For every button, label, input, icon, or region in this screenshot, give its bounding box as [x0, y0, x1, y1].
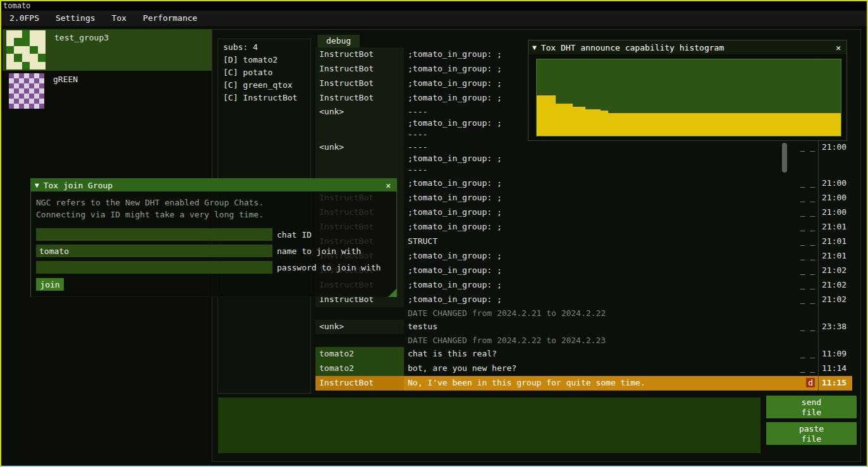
message-row: <unk>testus_ _23:38: [315, 320, 852, 334]
message-flags: _ _: [794, 264, 818, 278]
sender-name: InstructBot: [315, 47, 404, 62]
message-time: 21:00: [818, 205, 852, 220]
sidebar-group-test_group3[interactable]: test_group3: [3, 29, 212, 71]
group-label: gREEN: [53, 75, 78, 111]
close-icon[interactable]: ✕: [384, 181, 393, 190]
join-window-titlebar[interactable]: ▼ Tox join Group ✕: [31, 179, 396, 191]
send-file-button[interactable]: send file: [766, 396, 857, 418]
field-label: name to join with: [277, 246, 361, 256]
field-label: chat ID: [277, 230, 312, 240]
message-time: [818, 307, 852, 320]
join-info-line1: NGC refers to the New DHT enabled Group …: [36, 197, 391, 209]
message-flags: _ _: [794, 234, 818, 249]
message-text: chat is this real?: [404, 347, 794, 361]
histogram-bar: [601, 111, 608, 136]
message-flags: _ _: [794, 249, 818, 264]
menu-performance[interactable]: Performance: [135, 11, 205, 26]
message-flags: _ _: [794, 347, 818, 361]
message-input[interactable]: [217, 397, 761, 454]
histogram-bar: [573, 107, 585, 136]
paste-file-button[interactable]: paste file: [766, 422, 857, 445]
fps-counter: 2.0FPS: [1, 11, 47, 26]
join-field-row: chat ID: [36, 228, 391, 241]
message-time: 21:01: [818, 220, 852, 234]
message-text: ;tomato_in_group: ;: [404, 249, 794, 264]
subs-count: subs: 4: [218, 39, 310, 54]
group-label: test_group3: [54, 33, 109, 71]
histogram-plot: [536, 59, 841, 136]
join-group-window: ▼ Tox join Group ✕ NGC refers to the New…: [30, 178, 397, 297]
message-text: ;tomato_in_group: ;: [404, 176, 794, 191]
message-time: 11:14: [818, 361, 852, 376]
tab-debug[interactable]: debug: [317, 35, 360, 47]
join-button[interactable]: join: [36, 278, 64, 291]
sender-name: tomato2: [315, 361, 404, 376]
histogram-window: ▼ Tox DHT announce capability histogram …: [528, 40, 847, 141]
message-flags: _ _: [794, 141, 818, 176]
collapse-icon[interactable]: ▼: [532, 44, 537, 52]
group-avatar: [9, 73, 44, 109]
sender-name: InstructBot: [315, 76, 404, 91]
histogram-body: [529, 54, 847, 140]
message-text: ---- ;tomato_in_group: ; ----: [404, 141, 794, 176]
sidebar-group-gREEN[interactable]: gREEN: [3, 71, 212, 111]
message-flags: _ _: [794, 191, 818, 205]
delivered-flag: d: [806, 378, 815, 387]
message-flags: [794, 307, 818, 320]
menubar: 2.0FPSSettingsToxPerformance: [0, 11, 868, 26]
histogram-bar: [537, 95, 556, 136]
message-flags: d: [794, 376, 818, 391]
system-message-row: DATE CHANGED from 2024.2.21 to 2024.2.22: [315, 307, 852, 320]
message-time: 23:38: [818, 320, 852, 334]
close-icon[interactable]: ✕: [834, 43, 843, 52]
message-time: 11:15: [818, 376, 852, 391]
window-title: tomato: [3, 1, 30, 10]
message-time: 21:02: [818, 278, 852, 293]
message-text: ;tomato_in_group: ;: [404, 191, 794, 205]
sub-member[interactable]: [C] InstructBot: [218, 92, 310, 104]
collapse-icon[interactable]: ▼: [35, 181, 39, 190]
message-flags: _ _: [794, 320, 818, 334]
message-flags: [794, 334, 818, 347]
message-row: <unk>---- ;tomato_in_group: ; ----_ _21:…: [315, 141, 852, 176]
sender-name: <unk>: [315, 141, 404, 176]
sender-name: InstructBot: [315, 62, 404, 76]
message-time: 21:00: [818, 176, 852, 191]
window-titlebar[interactable]: tomato: [0, 0, 868, 11]
menu-tox[interactable]: Tox: [104, 11, 135, 26]
message-row: tomato2bot, are you new here?_ _11:14: [315, 361, 852, 376]
scrollbar-thumb[interactable]: [782, 143, 787, 173]
message-text: No, I've been in this group for quite so…: [404, 376, 794, 391]
sub-member[interactable]: [C] potato: [218, 66, 310, 79]
message-time: 21:01: [818, 234, 852, 249]
resize-grip[interactable]: [388, 289, 396, 297]
join-name-input[interactable]: [36, 245, 272, 257]
message-time: 21:01: [818, 249, 852, 264]
message-text: ;tomato_in_group: ;: [404, 278, 794, 293]
message-time: 21:00: [818, 191, 852, 205]
message-time: [818, 334, 852, 347]
join-window-title: Tox join Group: [44, 181, 113, 190]
message-time: 21:00: [818, 141, 852, 176]
message-time: 11:09: [818, 347, 852, 361]
sender-name: [315, 307, 404, 320]
message-text: ;tomato_in_group: ;: [404, 293, 794, 307]
sub-member[interactable]: [C] green_qtox: [218, 79, 310, 92]
message-text: bot, are you new here?: [404, 361, 794, 376]
menu-settings[interactable]: Settings: [47, 11, 104, 26]
histogram-bar: [608, 113, 841, 136]
histogram-bar: [556, 104, 573, 136]
message-text: DATE CHANGED from 2024.2.22 to 2024.2.23: [404, 334, 794, 347]
histogram-window-title: Tox DHT announce capability histogram: [541, 43, 724, 52]
chat-id-input[interactable]: [36, 228, 272, 241]
sub-member[interactable]: [D] tomato2: [218, 54, 310, 66]
join-field-row: password to join with: [36, 261, 391, 274]
sender-name: <unk>: [315, 106, 404, 141]
message-text: DATE CHANGED from 2024.2.21 to 2024.2.22: [404, 307, 794, 320]
histogram-window-titlebar[interactable]: ▼ Tox DHT announce capability histogram …: [529, 40, 847, 54]
message-flags: _ _: [794, 220, 818, 234]
message-row: tomato2chat is this real?_ _11:09: [315, 347, 852, 361]
message-flags: _ _: [794, 205, 818, 220]
message-row: InstructBotNo, I've been in this group f…: [315, 376, 852, 391]
join-password-input[interactable]: [36, 261, 272, 274]
